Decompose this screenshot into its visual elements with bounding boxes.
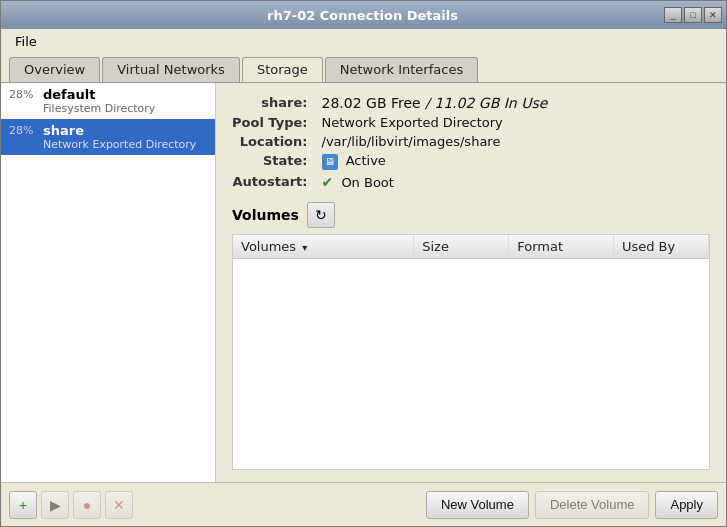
share-free: 28.02 GB Free (322, 95, 421, 111)
sidebar-item-default-name: default (43, 87, 155, 102)
autostart-value: ✔ On Boot (322, 174, 711, 190)
delete-volume-button[interactable]: Delete Volume (535, 491, 650, 519)
info-section: share: 28.02 GB Free / 11.02 GB In Use P… (232, 95, 710, 190)
autostart-text: On Boot (341, 175, 394, 190)
volumes-header: Volumes ↻ (232, 202, 710, 228)
menu-bar: File (1, 29, 726, 53)
tab-virtual-networks[interactable]: Virtual Networks (102, 57, 240, 82)
refresh-button[interactable]: ↻ (307, 202, 335, 228)
location-value: /var/lib/libvirt/images/share (322, 134, 711, 149)
tab-network-interfaces[interactable]: Network Interfaces (325, 57, 478, 82)
delete-button[interactable]: ✕ (105, 491, 133, 519)
content-area: 28% default Filesystem Directory 28% sha… (1, 82, 726, 482)
autostart-checkmark: ✔ (322, 174, 334, 190)
sidebar-item-share-info: share Network Exported Directory (43, 123, 196, 151)
share-label: share: (232, 95, 312, 111)
share-used: / 11.02 GB In Use (425, 95, 547, 111)
main-panel: share: 28.02 GB Free / 11.02 GB In Use P… (216, 83, 726, 482)
sidebar-item-default-pct: 28% (9, 87, 37, 101)
new-volume-button[interactable]: New Volume (426, 491, 529, 519)
col-header-size: Size (414, 235, 509, 259)
sort-arrow-volumes: ▾ (302, 242, 307, 253)
tab-storage[interactable]: Storage (242, 57, 323, 82)
state-label: State: (232, 153, 312, 170)
volumes-title: Volumes (232, 207, 299, 223)
apply-button[interactable]: Apply (655, 491, 718, 519)
sidebar-item-default[interactable]: 28% default Filesystem Directory (1, 83, 215, 119)
pool-type-label: Pool Type: (232, 115, 312, 130)
add-button[interactable]: + (9, 491, 37, 519)
main-window: rh7-02 Connection Details _ □ ✕ File Ove… (0, 0, 727, 527)
bottom-left-buttons: + ▶ ● ✕ (9, 491, 133, 519)
state-value: 🖥 Active (322, 153, 711, 170)
share-size-value: 28.02 GB Free / 11.02 GB In Use (322, 95, 711, 111)
window-controls: _ □ ✕ (664, 7, 726, 23)
location-label: Location: (232, 134, 312, 149)
menu-file[interactable]: File (9, 32, 43, 51)
volumes-header-row: Volumes ▾ Size Format Used By (233, 235, 709, 259)
volumes-table: Volumes ▾ Size Format Used By (232, 234, 710, 471)
maximize-button[interactable]: □ (684, 7, 702, 23)
col-header-usedby: Used By (613, 235, 708, 259)
bottom-bar: + ▶ ● ✕ New Volume Delete Volume Apply (1, 482, 726, 526)
storage-content: 28% default Filesystem Directory 28% sha… (1, 83, 726, 482)
col-header-volumes[interactable]: Volumes ▾ (233, 235, 414, 259)
bottom-right-buttons: New Volume Delete Volume Apply (426, 491, 718, 519)
window-title: rh7-02 Connection Details (61, 8, 664, 23)
sidebar-item-default-subtype: Filesystem Directory (43, 102, 155, 115)
state-icon: 🖥 (322, 154, 338, 170)
minimize-button[interactable]: _ (664, 7, 682, 23)
sidebar-item-share[interactable]: 28% share Network Exported Directory (1, 119, 215, 155)
col-header-format: Format (509, 235, 614, 259)
pool-type-value: Network Exported Directory (322, 115, 711, 130)
play-button[interactable]: ▶ (41, 491, 69, 519)
autostart-label: Autostart: (232, 174, 312, 190)
sidebar-item-share-pct: 28% (9, 123, 37, 137)
sidebar: 28% default Filesystem Directory 28% sha… (1, 83, 216, 482)
tabs-bar: Overview Virtual Networks Storage Networ… (1, 53, 726, 82)
close-button[interactable]: ✕ (704, 7, 722, 23)
state-text: Active (346, 153, 386, 168)
sidebar-item-share-name: share (43, 123, 196, 138)
sidebar-item-share-subtype: Network Exported Directory (43, 138, 196, 151)
title-bar: rh7-02 Connection Details _ □ ✕ (1, 1, 726, 29)
sidebar-item-default-info: default Filesystem Directory (43, 87, 155, 115)
volumes-table-inner: Volumes ▾ Size Format Used By (233, 235, 709, 259)
tab-overview[interactable]: Overview (9, 57, 100, 82)
volumes-thead: Volumes ▾ Size Format Used By (233, 235, 709, 259)
stop-button[interactable]: ● (73, 491, 101, 519)
